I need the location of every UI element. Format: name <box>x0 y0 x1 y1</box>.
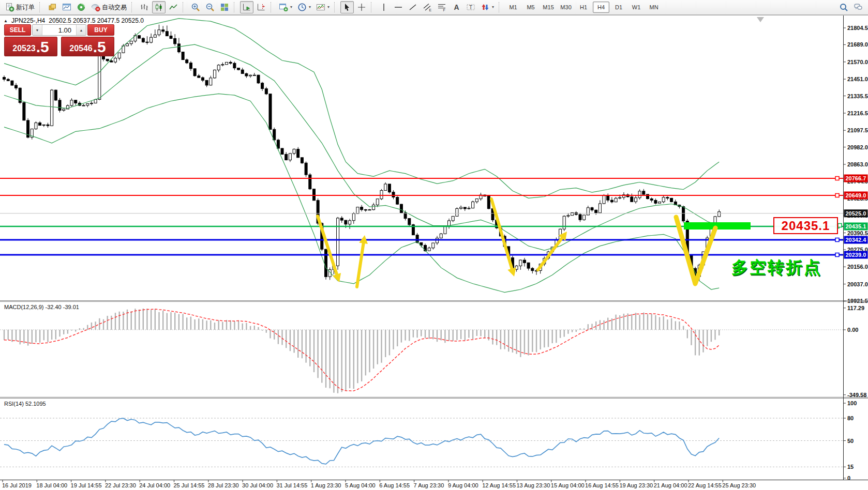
data-window-button[interactable] <box>60 1 73 13</box>
new-chart-button[interactable]: ▾ <box>277 1 294 13</box>
community-button[interactable] <box>851 1 865 13</box>
candlestick-chart-button[interactable] <box>152 1 166 13</box>
timeframe-h4-button[interactable]: H4 <box>593 2 609 13</box>
rsi-pane <box>0 418 843 467</box>
autotrading-button[interactable]: 自动交易 <box>89 1 129 13</box>
crosshair-button[interactable] <box>355 1 368 13</box>
svg-text:20649.0: 20649.0 <box>846 192 866 198</box>
svg-text:100: 100 <box>847 400 857 406</box>
cursor-button[interactable] <box>340 1 354 13</box>
svg-text:50: 50 <box>847 438 854 444</box>
level-endpoint-marker <box>835 194 839 197</box>
chart-shift-marker[interactable] <box>757 17 764 22</box>
market-watch-button[interactable] <box>46 1 59 13</box>
dropdown-caret-icon: ▾ <box>327 5 330 9</box>
zoom-in-button[interactable] <box>189 1 202 13</box>
svg-text:28 Jul 23:30: 28 Jul 23:30 <box>208 482 239 488</box>
ask-price-panel[interactable]: 20546 .5 <box>61 37 114 56</box>
bid-price-main: 20523 <box>12 43 36 54</box>
new-order-button[interactable]: 新订单 <box>3 1 37 13</box>
volume-increase-button[interactable]: ▲ <box>76 25 86 35</box>
dropdown-caret-icon: ▾ <box>492 5 494 9</box>
price-scale: 21804.521689.021570.021451.021335.521216… <box>844 25 868 481</box>
trendline-button[interactable] <box>406 1 420 13</box>
svg-text:T: T <box>469 5 472 10</box>
svg-text:21 Aug 04:00: 21 Aug 04:00 <box>654 482 687 488</box>
yellow-annotations <box>318 199 715 287</box>
profiles-button[interactable]: ▾ <box>295 1 313 13</box>
macd-pane <box>0 309 843 393</box>
timeframe-w1-button[interactable]: W1 <box>628 2 645 13</box>
svg-text:21335.5: 21335.5 <box>847 93 868 99</box>
svg-text:20390.5: 20390.5 <box>847 230 868 236</box>
ohlc-values: 20502.5 20537.5 20477.5 20525.0 <box>49 17 144 24</box>
one-click-trading-panel: SELL ▼ 1.00 ▲ BUY 20523 .5 20546 .5 <box>4 24 114 56</box>
label-button[interactable]: T <box>464 1 477 13</box>
chart-shift-button[interactable] <box>255 1 268 13</box>
svg-text:30 Jul 04:00: 30 Jul 04:00 <box>242 482 273 488</box>
bid-price-frac: .5 <box>36 40 49 54</box>
one-click-collapse-arrow[interactable]: ▲ <box>4 19 8 23</box>
svg-text:20239.0: 20239.0 <box>846 252 866 258</box>
svg-text:16 Aug 14:55: 16 Aug 14:55 <box>585 482 619 488</box>
svg-text:80: 80 <box>847 415 854 421</box>
timeframe-m15-button[interactable]: M15 <box>540 2 557 13</box>
svg-text:A: A <box>454 3 459 11</box>
mt4-app: 21804.521689.021570.021451.021335.521216… <box>0 0 868 490</box>
sell-button[interactable]: SELL <box>4 24 31 36</box>
fibonacci-button[interactable]: F <box>435 1 448 13</box>
svg-text:7 Aug 23:30: 7 Aug 23:30 <box>414 482 444 488</box>
chart-canvas[interactable]: 21804.521689.021570.021451.021335.521216… <box>0 0 868 490</box>
tile-windows-button[interactable] <box>218 1 231 13</box>
timeframe-h1-button[interactable]: H1 <box>575 2 592 13</box>
line-chart-button[interactable] <box>167 1 180 13</box>
svg-text:21804.5: 21804.5 <box>847 25 868 31</box>
svg-text:20156.0: 20156.0 <box>847 264 868 270</box>
svg-text:31 Jul 14:55: 31 Jul 14:55 <box>276 482 307 488</box>
support-price-callout[interactable]: 20435.1 <box>773 217 838 234</box>
svg-text:15: 15 <box>847 464 854 470</box>
bar-chart-button[interactable] <box>138 1 151 13</box>
svg-text:19 Aug 23:30: 19 Aug 23:30 <box>619 482 653 488</box>
arrows-button[interactable]: ▾ <box>478 1 496 13</box>
svg-text:20982.0: 20982.0 <box>847 144 868 150</box>
svg-text:22 Aug 14:55: 22 Aug 14:55 <box>688 482 722 488</box>
dropdown-caret-icon: ▾ <box>309 5 311 9</box>
macd-indicator-label: MACD(12,26,9) -32.40 -39.01 <box>4 304 79 310</box>
svg-text:22 Jul 23:30: 22 Jul 23:30 <box>105 482 136 488</box>
search-button[interactable] <box>837 1 850 13</box>
toolbar-separator <box>183 2 186 12</box>
new-order-button-label: 新订单 <box>16 3 35 12</box>
svg-text:21451.0: 21451.0 <box>847 76 868 82</box>
svg-text:9 Aug 04:00: 9 Aug 04:00 <box>448 482 478 488</box>
timeframe-m1-button[interactable]: M1 <box>505 2 521 13</box>
vertical-line-button[interactable] <box>377 1 391 13</box>
toolbar-buttons: 新订单自动交易▾▾▾EFAT▾ <box>3 0 504 14</box>
auto-scroll-button[interactable] <box>240 1 253 13</box>
horizontal-line-button[interactable] <box>392 1 405 13</box>
timeframe-m5-button[interactable]: M5 <box>522 2 539 13</box>
zoom-out-button[interactable] <box>203 1 217 13</box>
svg-text:21689.0: 21689.0 <box>847 41 868 48</box>
level-endpoint-marker <box>835 238 839 242</box>
navigator-button[interactable] <box>74 1 88 13</box>
toolbar-right <box>836 0 865 14</box>
dropdown-caret-icon: ▾ <box>290 5 292 9</box>
svg-text:6 Aug 14:55: 6 Aug 14:55 <box>379 482 410 488</box>
rsi-indicator-label: RSI(14) 52.1095 <box>4 401 46 407</box>
equidistant-channel-button[interactable]: E <box>421 1 434 13</box>
svg-text:5 Aug 04:00: 5 Aug 04:00 <box>345 482 376 488</box>
volume-decrease-button[interactable]: ▼ <box>33 25 42 35</box>
buy-button[interactable]: BUY <box>87 24 114 36</box>
timeframe-mn-button[interactable]: MN <box>646 2 662 13</box>
timeframe-d1-button[interactable]: D1 <box>610 2 627 13</box>
timeframe-m30-button[interactable]: M30 <box>558 2 574 13</box>
bid-price-panel[interactable]: 20523 .5 <box>4 37 57 56</box>
arrowhead-icon <box>507 267 516 277</box>
candlestick-series <box>3 25 721 282</box>
templates-button[interactable]: ▾ <box>314 1 332 13</box>
svg-text:12 Aug 14:55: 12 Aug 14:55 <box>482 482 516 488</box>
text-button[interactable]: A <box>450 1 463 13</box>
volume-input[interactable]: 1.00 <box>42 25 76 35</box>
svg-text:20525.0: 20525.0 <box>846 210 866 217</box>
